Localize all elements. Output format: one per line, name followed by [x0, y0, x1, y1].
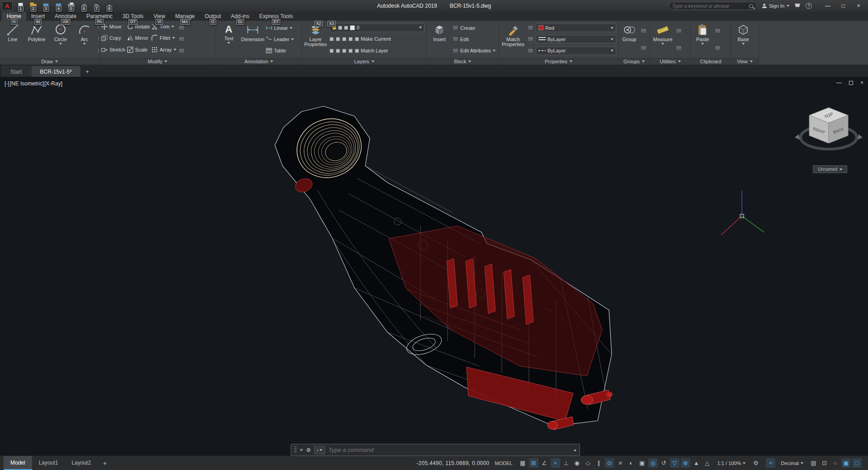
new-layout-button[interactable]: +	[100, 459, 109, 468]
new-drawing-tab-button[interactable]: +	[83, 67, 91, 75]
layer-isolate-icon[interactable]	[336, 37, 340, 41]
ortho-icon[interactable]: ⊥	[561, 458, 571, 468]
annotation-visibility-icon[interactable]: ▲	[692, 458, 701, 468]
insert-button[interactable]: Insert	[428, 22, 451, 57]
panel-label-view[interactable]: View	[731, 58, 759, 65]
drag-handle[interactable]	[294, 446, 297, 453]
viewport-restore-button[interactable]	[849, 81, 853, 85]
polyline-button[interactable]: Polyline	[25, 22, 48, 57]
arc-button[interactable]: Arc	[73, 22, 96, 57]
recent-commands-button[interactable]: ›	[314, 446, 326, 454]
create-block-button[interactable]: Create	[453, 24, 497, 33]
ungroup-button[interactable]	[641, 26, 646, 35]
qat-menu-button[interactable]: 8	[105, 2, 113, 10]
3d-object-snap-icon[interactable]: ◎	[648, 458, 658, 468]
layer-merge-icon[interactable]	[349, 49, 353, 53]
paste-button[interactable]: Paste	[692, 22, 713, 57]
layer-freeze-all-icon[interactable]	[342, 37, 346, 41]
array-button[interactable]: Array	[151, 45, 176, 54]
dynamic-ucs-icon[interactable]: ↺	[659, 458, 669, 468]
save-button[interactable]: 3	[42, 2, 50, 10]
panel-label-utilities[interactable]: Utilities	[650, 58, 690, 65]
clean-screen-icon[interactable]: □	[852, 458, 862, 468]
command-history-toggle[interactable]	[574, 449, 576, 451]
base-button[interactable]: Base	[732, 22, 755, 57]
grid-icon[interactable]: ▦	[518, 458, 528, 468]
layout-tab[interactable]: Layout2	[65, 456, 98, 470]
match-properties-button[interactable]: Match Properties	[500, 22, 526, 57]
ribbon-tab[interactable]: Parametric PA	[81, 12, 118, 21]
copy-clip-button[interactable]	[715, 26, 721, 35]
layout-tab[interactable]: Layout1	[32, 456, 65, 470]
object-snap-tracking-icon[interactable]: ∥	[594, 458, 604, 468]
plot-button[interactable]: 5	[67, 2, 75, 10]
lineweight-dropdown[interactable]: ByLayer	[536, 35, 616, 43]
autoscale-icon[interactable]: △	[703, 458, 712, 468]
ribbon-tab[interactable]: Home H	[2, 12, 26, 21]
panel-label-modify[interactable]: Modify	[99, 58, 216, 65]
id-point-button[interactable]	[528, 46, 533, 55]
redo-button[interactable]: ↷7	[92, 2, 101, 10]
undo-button[interactable]: ↶6	[80, 2, 88, 10]
layer-unlock-icon[interactable]	[330, 49, 334, 53]
quick-select-button[interactable]	[676, 26, 682, 35]
model-space-button[interactable]: MODEL	[495, 461, 513, 466]
help-search-box[interactable]	[669, 2, 757, 10]
mirror-button[interactable]: Mirror	[127, 33, 150, 42]
cut-button[interactable]	[715, 43, 721, 52]
new-button[interactable]: 1	[16, 2, 25, 10]
graphics-performance-icon[interactable]: ▣	[841, 458, 851, 468]
object-snap-icon[interactable]: ⊙	[605, 458, 614, 468]
layout-tab[interactable]: Model	[4, 456, 32, 470]
panel-label-groups[interactable]: Groups	[618, 58, 650, 65]
panel-label-draw[interactable]: Draw	[0, 58, 99, 65]
panel-label-annotation[interactable]: Annotation	[216, 58, 302, 65]
panel-label-properties[interactable]: Properties	[499, 58, 618, 65]
stretch-button[interactable]: Stretch	[101, 45, 125, 54]
view-control[interactable]: [NE Isometric]	[10, 80, 44, 87]
window-maximize-button[interactable]: □	[835, 1, 851, 11]
view-cube[interactable]: TOP RIGHT BACK	[782, 87, 868, 164]
named-view-selector[interactable]: Unnamed	[813, 165, 847, 173]
store-cart-icon[interactable]	[795, 4, 800, 7]
selection-filtering-icon[interactable]: ▽	[670, 458, 679, 468]
ribbon-tab[interactable]: Express Tools ET	[254, 12, 297, 21]
ribbon-tab[interactable]: Output O	[200, 12, 226, 21]
application-menu-button[interactable]: A	[2, 1, 13, 10]
layer-dropdown[interactable]: 0	[330, 24, 425, 32]
gradient-button[interactable]	[98, 35, 99, 44]
dimension-button[interactable]: Dimension	[241, 22, 264, 57]
line-button[interactable]: Line	[1, 22, 24, 57]
layer-thaw-icon[interactable]	[336, 49, 340, 53]
annotation-monitor-icon[interactable]: +	[766, 458, 775, 468]
linetype-dropdown[interactable]: ByLayer	[536, 47, 616, 55]
file-tab[interactable]: Start	[2, 66, 30, 77]
ribbon-tab[interactable]: Annotate AN	[50, 12, 81, 21]
fillet-button[interactable]: Fillet	[151, 33, 176, 42]
ribbon-tab[interactable]: View VI	[149, 12, 170, 21]
edit-attributes-button[interactable]: Edit Attributes	[453, 46, 497, 55]
lock-ui-icon[interactable]: ⊡	[820, 458, 829, 468]
gizmo-icon[interactable]: ⊕	[681, 458, 690, 468]
ribbon-tab[interactable]: 3D Tools DT	[118, 12, 148, 21]
object-color-dropdown[interactable]: Red	[536, 24, 616, 32]
command-input[interactable]	[328, 446, 571, 453]
lineweight-icon[interactable]: ≡	[616, 458, 625, 468]
offset-button[interactable]	[179, 46, 184, 55]
annotation-scale-button[interactable]: 1:1 / 100%	[717, 461, 746, 466]
dynamic-input-icon[interactable]: +	[551, 458, 560, 468]
search-input[interactable]	[672, 3, 747, 9]
list-button[interactable]	[528, 35, 533, 44]
layer-state-icon[interactable]	[330, 37, 334, 41]
properties-palette-button[interactable]	[528, 24, 533, 33]
window-minimize-button[interactable]: —	[820, 1, 835, 11]
drawing-area[interactable]: [-] [NE Isometric] [X-Ray] — × TOP RIGHT…	[0, 77, 868, 456]
save-as-button[interactable]: 4	[54, 2, 63, 10]
layer-off-icon[interactable]	[349, 37, 353, 41]
isolate-objects-icon[interactable]: ○	[830, 458, 840, 468]
text-button[interactable]: A Text	[217, 22, 241, 57]
layer-properties-button[interactable]: Layer Properties	[303, 22, 328, 57]
panel-label-clipboard[interactable]: Clipboard	[691, 58, 731, 65]
make-current-button[interactable]: Make Current	[355, 34, 391, 43]
window-close-button[interactable]: ×	[851, 1, 866, 11]
